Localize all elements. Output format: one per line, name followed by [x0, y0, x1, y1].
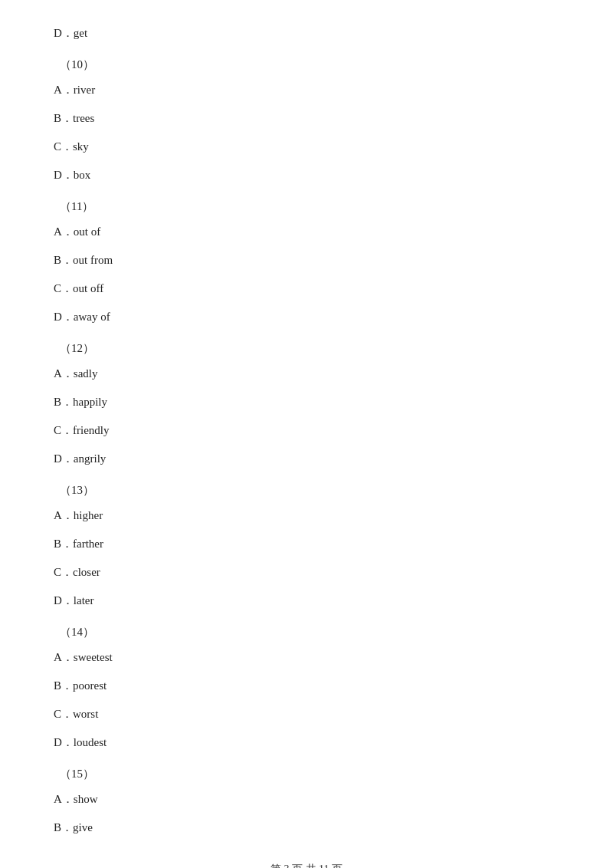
- option-item: C．worst: [54, 704, 559, 725]
- option-item: C．out off: [54, 278, 559, 299]
- option-item: C．closer: [54, 562, 559, 583]
- option-item: B．happily: [54, 392, 559, 413]
- option-item: B．poorest: [54, 676, 559, 696]
- option-item: A．sweetest: [54, 647, 559, 668]
- option-item: A．higher: [54, 505, 559, 526]
- option-item: B．farther: [54, 534, 559, 554]
- option-item: A．out of: [54, 222, 559, 242]
- option-item: A．river: [54, 80, 559, 100]
- option-item: C．sky: [54, 136, 559, 157]
- question-number: （12）: [54, 338, 559, 359]
- option-item: D．loudest: [54, 732, 559, 753]
- option-item: D．angrily: [54, 449, 559, 469]
- option-item: B．trees: [54, 108, 559, 129]
- option-item: B．give: [54, 817, 559, 838]
- option-item: D．later: [54, 590, 559, 611]
- option-item: B．out from: [54, 250, 559, 271]
- question-number: （13）: [54, 480, 559, 501]
- question-number: （15）: [54, 764, 559, 784]
- page-number: 第 3 页 共 11 页: [270, 863, 343, 868]
- main-content: D．get（10）A．riverB．treesC．skyD．box（11）A．o…: [0, 0, 613, 868]
- option-item: C．friendly: [54, 420, 559, 441]
- option-item: D．get: [54, 23, 559, 44]
- question-number: （11）: [54, 196, 559, 217]
- option-item: A．sadly: [54, 363, 559, 384]
- option-item: A．show: [54, 789, 559, 810]
- question-number: （14）: [54, 622, 559, 643]
- option-item: D．box: [54, 165, 559, 186]
- question-number: （10）: [54, 54, 559, 75]
- page-footer: 第 3 页 共 11 页: [0, 863, 613, 868]
- option-item: D．away of: [54, 307, 559, 327]
